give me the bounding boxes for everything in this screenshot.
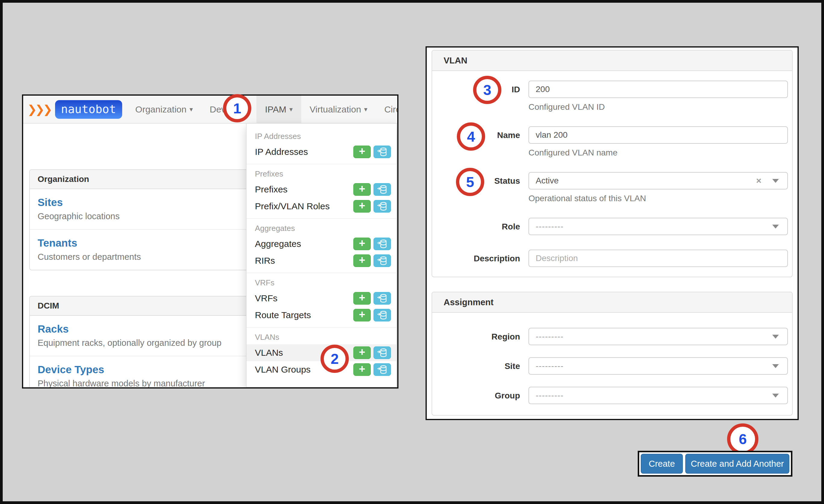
annotation-circle-3: 3 [473,76,501,104]
region-row: Region --------- [432,328,788,345]
annotation-circle-2: 2 [320,345,349,373]
menu-item-route-targets[interactable]: Route Targets + [246,307,396,324]
plus-icon: + [359,347,365,358]
annotation-circle-4: 4 [457,122,485,151]
ipam-dropdown-menu: IP Addresses IP Addresses + Prefixes Pre… [246,124,397,387]
nav-item-organization[interactable]: Organization ▾ [127,96,201,123]
import-button[interactable] [374,200,391,213]
menu-item-label: VLANs [255,348,283,358]
nav-items: Organization ▾ Devices ▾ IPAM ▾ Virtuali… [127,96,399,123]
vlan-name-input[interactable] [528,126,788,144]
menu-item-label: Aggregates [255,239,301,249]
create-button[interactable]: Create [641,454,683,474]
logo-chevrons-icon: ❯❯❯ [27,103,51,116]
menu-item-prefix-vlan-roles[interactable]: Prefix/VLAN Roles + [246,198,396,215]
site-row: Site --------- [432,357,788,375]
plus-icon: + [359,309,365,320]
plus-icon: + [359,255,365,265]
import-button[interactable] [374,292,391,304]
assignment-card-title: Assignment [432,292,792,313]
menu-section-header: IP Addresses [246,127,396,143]
status-row: Status Active × Operational status of th… [432,172,788,203]
group-select[interactable]: --------- [528,387,788,404]
vlan-id-input[interactable] [528,81,788,98]
add-button[interactable]: + [353,183,371,196]
plus-icon: + [359,146,365,157]
menu-item-prefixes[interactable]: Prefixes + [246,181,396,198]
import-database-icon [377,147,387,156]
logo-text: nautobot [55,100,122,119]
import-button[interactable] [374,254,391,267]
description-row: Description [432,250,788,267]
group-selected-value: --------- [536,391,772,400]
site-label: Site [432,357,528,375]
menu-section-header: VRFs [246,273,396,290]
plus-icon: + [359,364,365,374]
plus-icon: + [359,200,365,211]
plus-icon: + [359,183,365,194]
menu-item-label: Prefixes [255,184,287,195]
clear-selection-icon[interactable]: × [756,175,761,186]
menu-section-prefixes: Prefixes Prefixes + Prefix/VLAN Roles + [246,164,396,219]
add-button[interactable]: + [353,200,371,213]
menu-section-header: VLANs [246,328,396,344]
menu-item-label: RIRs [255,256,275,266]
import-database-icon [377,294,387,303]
vlan-card-title: VLAN [432,50,792,71]
region-select[interactable]: --------- [528,328,788,345]
menu-item-label: Prefix/VLAN Roles [255,201,329,212]
menu-item-rirs[interactable]: RIRs + [246,252,396,269]
add-vlan-button[interactable]: + [353,347,371,359]
description-label: Description [432,250,528,267]
menu-section-header: Prefixes [246,164,396,181]
nav-item-ipam[interactable]: IPAM ▾ [256,96,301,123]
description-input[interactable] [528,250,788,267]
nav-item-circuits[interactable]: Circuits [376,96,399,123]
annotation-circle-5: 5 [456,168,484,196]
import-database-icon [377,202,387,211]
menu-item-label: Route Targets [255,310,311,320]
add-button[interactable]: + [353,254,371,267]
select-caret-icon [772,179,779,183]
menu-item-aggregates[interactable]: Aggregates + [246,236,396,252]
import-database-icon [377,310,387,320]
select-caret-icon [772,394,779,397]
status-select[interactable]: Active × [528,172,788,190]
nav-label: Organization [135,104,187,115]
create-and-add-another-button[interactable]: Create and Add Another [685,454,790,474]
role-select[interactable]: --------- [528,218,788,235]
menu-item-label: VRFs [255,293,278,303]
nav-label: Virtualization [310,104,361,115]
add-button[interactable]: + [353,292,371,304]
select-caret-icon [772,225,779,229]
add-button[interactable]: + [353,363,371,376]
menu-item-vrfs[interactable]: VRFs + [246,290,396,307]
menu-item-ip-addresses[interactable]: IP Addresses + [246,143,396,160]
import-vlans-button[interactable] [374,347,391,359]
nav-label: IPAM [265,104,286,115]
import-button[interactable] [374,238,391,250]
import-button[interactable] [374,145,391,158]
role-label: Role [432,218,528,235]
status-help-text: Operational status of this VLAN [528,194,788,203]
import-button[interactable] [374,363,391,376]
site-selected-value: --------- [536,361,772,371]
add-button[interactable]: + [353,238,371,250]
id-help-text: Configured VLAN ID [528,102,788,112]
nav-item-virtualization[interactable]: Virtualization ▾ [301,96,376,123]
group-row: Group --------- [432,387,788,404]
menu-item-label: IP Addresses [255,147,308,157]
add-button[interactable]: + [353,309,371,322]
left-screenshot-nautobot-home: ❯❯❯ nautobot Organization ▾ Devices ▾ IP… [22,95,399,388]
import-button[interactable] [374,309,391,322]
logo[interactable]: ❯❯❯ nautobot [23,96,122,123]
name-row: Name Configured VLAN name [432,126,788,157]
add-button[interactable]: + [353,145,371,158]
import-button[interactable] [374,183,391,196]
tutorial-composite-image: ❯❯❯ nautobot Organization ▾ Devices ▾ IP… [0,0,824,504]
site-select[interactable]: --------- [528,357,788,375]
menu-section-ip-addresses: IP Addresses IP Addresses + [246,127,396,164]
region-label: Region [432,328,528,345]
assignment-card: Assignment Region --------- Site [431,292,793,415]
select-caret-icon [772,335,779,339]
